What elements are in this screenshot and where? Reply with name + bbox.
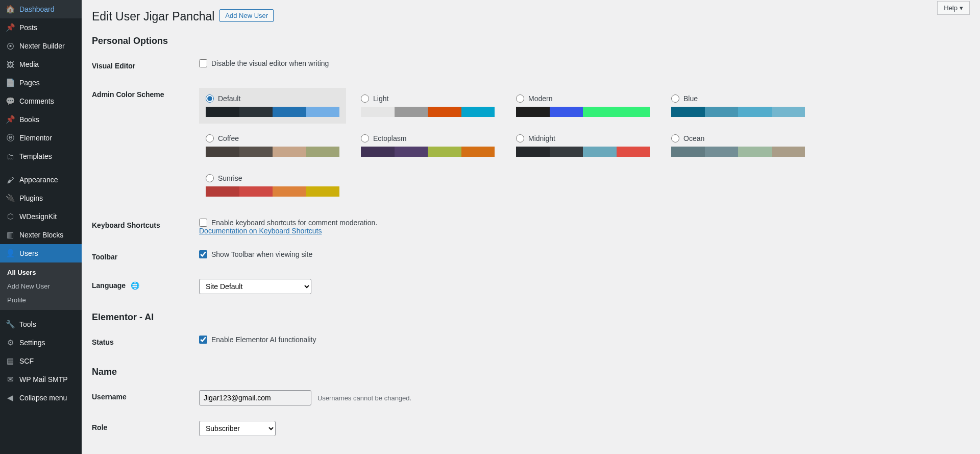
color-scheme-radio-wrapper[interactable]: Coffee <box>206 134 339 142</box>
keyboard-shortcuts-checkbox[interactable] <box>199 219 207 227</box>
sidebar-item-plugins[interactable]: 🔌Plugins <box>0 189 82 207</box>
sidebar-item-books[interactable]: 📌Books <box>0 110 82 129</box>
sidebar-item-settings[interactable]: ⚙Settings <box>0 333 82 352</box>
color-scheme-light[interactable]: Light <box>354 88 501 124</box>
color-scheme-coffee[interactable]: Coffee <box>199 128 346 163</box>
color-scheme-radio-wrapper[interactable]: Light <box>361 94 495 103</box>
palette-swatch <box>461 147 495 157</box>
sidebar-item-dashboard[interactable]: 🏠Dashboard <box>0 0 82 18</box>
color-scheme-radio-blue[interactable] <box>671 94 679 103</box>
dashboard-icon: 🏠 <box>5 4 15 14</box>
color-scheme-radio-wrapper[interactable]: Midnight <box>516 134 650 142</box>
palette-swatch <box>273 147 306 157</box>
sidebar-item-tools[interactable]: 🔧Tools <box>0 315 82 333</box>
sidebar-item-label: Books <box>19 115 39 124</box>
elementor-ai-checkbox[interactable] <box>199 336 207 344</box>
sidebar-item-wp-mail-smtp[interactable]: ✉WP Mail SMTP <box>0 370 82 389</box>
color-scheme-name: Ectoplasm <box>373 134 406 142</box>
elementor-ai-checkbox-wrapper[interactable]: Enable Elementor AI functionality <box>199 336 965 344</box>
color-scheme-radio-ectoplasm[interactable] <box>361 134 369 142</box>
color-scheme-midnight[interactable]: Midnight <box>509 128 656 163</box>
color-scheme-blue[interactable]: Blue <box>665 88 812 124</box>
color-scheme-ectoplasm[interactable]: Ectoplasm <box>354 128 501 163</box>
sidebar-item-comments[interactable]: 💬Comments <box>0 92 82 110</box>
color-scheme-radio-light[interactable] <box>361 94 369 103</box>
role-select[interactable]: Subscriber <box>199 421 276 436</box>
palette-swatch <box>705 147 739 157</box>
language-label: Language 🌐 <box>92 271 194 302</box>
toolbar-label: Toolbar <box>92 243 194 271</box>
color-scheme-radio-sunrise[interactable] <box>206 174 214 182</box>
palette-swatch <box>772 107 805 117</box>
sidebar-item-templates[interactable]: 🗂Templates <box>0 147 82 165</box>
sidebar-item-media[interactable]: 🖼Media <box>0 55 82 74</box>
palette-swatch <box>206 107 239 117</box>
palette-swatch <box>361 107 395 117</box>
color-scheme-name: Coffee <box>218 134 239 142</box>
color-scheme-radio-midnight[interactable] <box>516 134 524 142</box>
color-scheme-ocean[interactable]: Ocean <box>665 128 812 163</box>
color-scheme-palette <box>206 147 339 157</box>
sidebar-item-scf[interactable]: ▤SCF <box>0 352 82 370</box>
toolbar-checkbox-wrapper[interactable]: Show Toolbar when viewing site <box>199 250 965 258</box>
visual-editor-checkbox-wrapper[interactable]: Disable the visual editor when writing <box>199 59 965 67</box>
palette-swatch <box>617 147 650 157</box>
palette-swatch <box>671 107 705 117</box>
help-button[interactable]: Help ▾ <box>937 1 970 15</box>
language-select[interactable]: Site Default <box>199 279 311 294</box>
color-scheme-palette <box>516 147 650 157</box>
palette-swatch <box>671 147 705 157</box>
color-scheme-radio-wrapper[interactable]: Default <box>206 94 339 103</box>
toolbar-checkbox[interactable] <box>199 250 207 258</box>
sidebar-item-label: Collapse menu <box>19 394 67 402</box>
color-scheme-radio-coffee[interactable] <box>206 134 214 142</box>
sidebar-item-label: Media <box>19 60 39 68</box>
color-scheme-palette <box>206 186 339 197</box>
section-name: Name <box>92 356 970 383</box>
color-scheme-radio-wrapper[interactable]: Modern <box>516 94 650 103</box>
color-scheme-radio-wrapper[interactable]: Ectoplasm <box>361 134 495 142</box>
sidebar-subitem-profile[interactable]: Profile <box>0 293 82 307</box>
sidebar-item-appearance[interactable]: 🖌Appearance <box>0 171 82 189</box>
sidebar-item-pages[interactable]: 📄Pages <box>0 74 82 92</box>
palette-swatch <box>306 147 340 157</box>
sidebar-subitem-add-new-user[interactable]: Add New User <box>0 279 82 293</box>
keyboard-shortcuts-label: Keyboard Shortcuts <box>92 211 194 243</box>
sidebar-item-elementor[interactable]: ⓔElementor <box>0 129 82 147</box>
sidebar-item-wdesignkit[interactable]: ⬡WDesignKit <box>0 207 82 226</box>
color-scheme-radio-modern[interactable] <box>516 94 524 103</box>
palette-swatch <box>428 107 461 117</box>
sidebar-subitem-all-users[interactable]: All Users <box>0 266 82 279</box>
color-scheme-palette <box>206 107 339 117</box>
color-scheme-radio-wrapper[interactable]: Sunrise <box>206 174 339 182</box>
palette-swatch <box>239 147 273 157</box>
palette-swatch <box>617 107 650 117</box>
sidebar-item-users[interactable]: 👤Users <box>0 244 82 262</box>
color-scheme-radio-wrapper[interactable]: Ocean <box>671 134 805 142</box>
palette-swatch <box>550 147 583 157</box>
wdesignkit-icon: ⬡ <box>5 211 15 222</box>
color-scheme-radio-ocean[interactable] <box>671 134 679 142</box>
sidebar-item-collapse-menu[interactable]: ◀Collapse menu <box>0 389 82 407</box>
visual-editor-checkbox[interactable] <box>199 59 207 67</box>
keyboard-shortcuts-doc-link[interactable]: Documentation on Keyboard Shortcuts <box>199 227 322 235</box>
color-schemes-grid: DefaultLightModernBlueCoffeeEctoplasmMid… <box>199 88 812 203</box>
color-scheme-default[interactable]: Default <box>199 88 346 124</box>
username-description: Usernames cannot be changed. <box>317 394 411 402</box>
color-scheme-modern[interactable]: Modern <box>509 88 656 124</box>
toolbar-checkbox-label: Show Toolbar when viewing site <box>211 250 312 258</box>
palette-swatch <box>395 147 428 157</box>
color-scheme-name: Modern <box>528 94 552 103</box>
color-scheme-radio-default[interactable] <box>206 94 214 103</box>
palette-swatch <box>583 147 617 157</box>
sidebar-item-nexter-builder[interactable]: ⦿Nexter Builder <box>0 37 82 55</box>
color-scheme-palette <box>516 107 650 117</box>
section-personal-options: Personal Options <box>92 26 970 52</box>
role-label: Role <box>92 413 194 444</box>
color-scheme-radio-wrapper[interactable]: Blue <box>671 94 805 103</box>
add-new-user-button[interactable]: Add New User <box>219 9 274 22</box>
keyboard-shortcuts-checkbox-wrapper[interactable]: Enable keyboard shortcuts for comment mo… <box>199 219 965 227</box>
sidebar-item-nexter-blocks[interactable]: ▥Nexter Blocks <box>0 226 82 244</box>
sidebar-item-posts[interactable]: 📌Posts <box>0 18 82 37</box>
color-scheme-sunrise[interactable]: Sunrise <box>199 168 346 203</box>
